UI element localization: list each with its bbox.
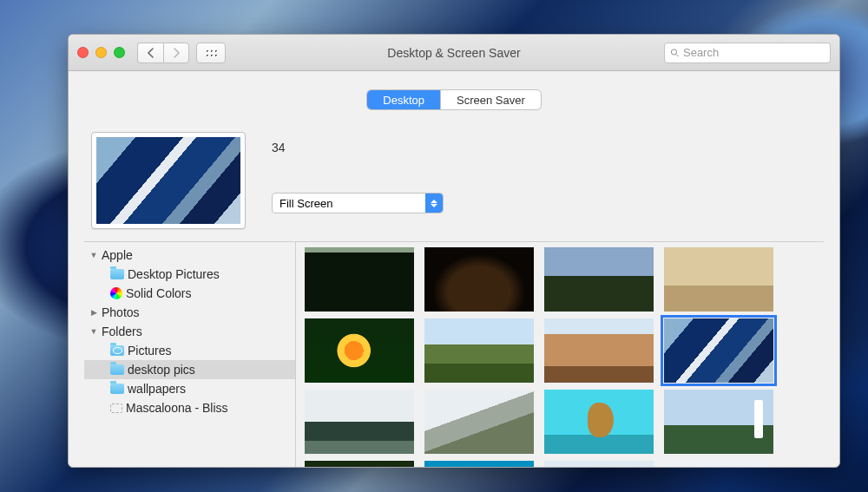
folder-icon xyxy=(110,269,124,279)
tab-label: Desktop xyxy=(383,94,424,107)
preview-row: 34 Fill Screen xyxy=(84,132,824,229)
item-label: Pictures xyxy=(128,344,172,358)
content-split: ▼ Apple Desktop Pictures Solid Colors ▶ … xyxy=(84,241,824,467)
group-label: Photos xyxy=(102,305,140,319)
thumbnail[interactable] xyxy=(305,318,414,383)
sidebar-item-mascaloona-bliss[interactable]: Mascaloona - Bliss xyxy=(84,398,295,417)
thumbnail[interactable] xyxy=(424,247,534,312)
thumbnail[interactable] xyxy=(305,390,414,454)
item-label: Mascaloona - Bliss xyxy=(126,401,228,415)
thumbnail[interactable] xyxy=(664,461,773,467)
tab-screensaver[interactable]: Screen Saver xyxy=(441,90,541,109)
pictures-folder-icon xyxy=(110,345,124,356)
item-label: desktop pics xyxy=(128,363,195,377)
sidebar-item-wallpapers[interactable]: wallpapers xyxy=(84,379,295,398)
folder-icon xyxy=(110,364,124,375)
group-label: Folders xyxy=(102,325,142,338)
missing-image-icon xyxy=(110,403,122,413)
stepper-arrows-icon xyxy=(425,194,443,213)
sidebar-group-folders[interactable]: ▼ Folders xyxy=(84,322,295,341)
window-body: Desktop Screen Saver 34 Fill Screen ▼ Ap… xyxy=(69,71,839,467)
group-label: Apple xyxy=(102,248,133,262)
back-button[interactable] xyxy=(137,43,163,63)
sidebar-item-solid-colors[interactable]: Solid Colors xyxy=(84,284,295,303)
tab-label: Screen Saver xyxy=(457,94,525,107)
minimize-icon[interactable] xyxy=(95,47,107,58)
thumbnail[interactable] xyxy=(544,461,654,467)
thumbnail[interactable] xyxy=(544,390,654,454)
sidebar-item-desktop-pics[interactable]: desktop pics xyxy=(84,360,295,379)
fill-mode-value: Fill Screen xyxy=(279,197,332,210)
thumbnail[interactable] xyxy=(305,461,414,467)
preview-info: 34 Fill Screen xyxy=(272,132,444,213)
preview-image xyxy=(96,137,240,224)
thumbnail[interactable] xyxy=(424,390,534,454)
tab-group: Desktop Screen Saver xyxy=(367,90,540,109)
thumbnail[interactable] xyxy=(544,318,654,383)
chevron-left-icon xyxy=(147,48,155,58)
preferences-window: Desktop & Screen Saver Desktop Screen Sa… xyxy=(68,34,840,468)
search-field[interactable] xyxy=(664,43,831,63)
desktop-preview xyxy=(91,132,246,229)
thumbnail[interactable] xyxy=(664,390,773,454)
zoom-icon[interactable] xyxy=(114,47,125,58)
thumbnail[interactable] xyxy=(664,247,773,312)
svg-line-1 xyxy=(676,54,679,56)
close-icon[interactable] xyxy=(77,47,89,58)
source-sidebar: ▼ Apple Desktop Pictures Solid Colors ▶ … xyxy=(84,242,296,467)
svg-point-0 xyxy=(671,49,676,54)
disclosure-down-icon: ▼ xyxy=(89,251,98,259)
sidebar-group-photos[interactable]: ▶ Photos xyxy=(84,303,295,322)
thumbnail-grid xyxy=(296,242,824,467)
window-controls xyxy=(77,47,125,58)
thumbnail-selected[interactable] xyxy=(664,318,773,383)
disclosure-down-icon: ▼ xyxy=(89,327,98,336)
thumbnail[interactable] xyxy=(424,461,534,467)
disclosure-right-icon: ▶ xyxy=(89,308,98,317)
image-name-label: 34 xyxy=(272,141,444,154)
forward-button[interactable] xyxy=(163,43,189,63)
grid-icon xyxy=(205,49,217,57)
item-label: Desktop Pictures xyxy=(128,267,220,281)
sidebar-group-apple[interactable]: ▼ Apple xyxy=(84,246,295,265)
item-label: Solid Colors xyxy=(126,286,191,300)
show-all-button[interactable] xyxy=(196,43,226,63)
folder-icon xyxy=(110,384,124,394)
fill-mode-select[interactable]: Fill Screen xyxy=(272,193,444,213)
color-wheel-icon xyxy=(110,287,122,299)
search-input[interactable] xyxy=(683,46,825,59)
titlebar: Desktop & Screen Saver xyxy=(69,35,839,71)
tab-desktop[interactable]: Desktop xyxy=(367,90,441,109)
nav-buttons xyxy=(137,43,189,63)
item-label: wallpapers xyxy=(128,382,186,396)
sidebar-item-desktop-pictures[interactable]: Desktop Pictures xyxy=(84,265,295,284)
thumbnail[interactable] xyxy=(424,318,534,383)
search-icon xyxy=(670,48,680,58)
thumbnail[interactable] xyxy=(305,247,414,312)
sidebar-item-pictures[interactable]: Pictures xyxy=(84,341,295,360)
thumbnail[interactable] xyxy=(544,247,654,312)
chevron-right-icon xyxy=(173,48,181,58)
